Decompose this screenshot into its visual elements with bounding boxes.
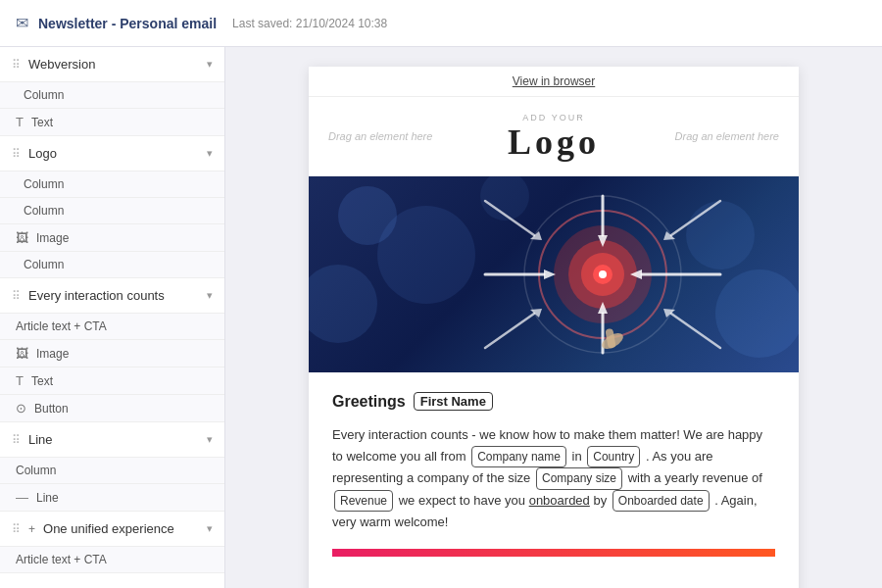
drag-handle-icon[interactable]: ⠿ — [12, 522, 21, 536]
svg-point-1 — [377, 206, 475, 304]
company-size-tag[interactable]: Company size — [536, 467, 622, 489]
column-label: Column — [24, 177, 64, 191]
body-text-5: we expect to have you — [399, 493, 525, 508]
text-label: Text — [31, 374, 53, 388]
hero-image — [309, 176, 799, 372]
logo-add-text: ADD YOUR — [508, 113, 600, 122]
text-label: Text — [31, 116, 53, 129]
list-item: Article text + CTA — [0, 546, 224, 572]
every-interaction-label: Every interaction counts — [28, 288, 165, 303]
country-tag[interactable]: Country — [587, 446, 640, 467]
svg-point-2 — [309, 265, 377, 343]
content-area: Greetings First Name Every interaction c… — [309, 372, 799, 576]
chevron-down-icon: ▾ — [207, 433, 213, 446]
onboarded-text: onboarded — [529, 493, 590, 508]
line-icon: — — [16, 490, 28, 505]
company-name-tag[interactable]: Company name — [471, 446, 566, 467]
image-icon: 🖼 — [16, 230, 28, 245]
view-in-browser-bar: View in browser — [309, 67, 799, 97]
sidebar-section-header-logo[interactable]: ⠿ Logo ▾ — [0, 136, 224, 171]
view-in-browser-link[interactable]: View in browser — [513, 74, 595, 88]
list-item: — Line — [0, 483, 224, 511]
main-area: ⠿ Webversion ▾ Column T Text ⠿ Logo — [0, 47, 882, 588]
list-item[interactable]: ⊙ Button — [0, 394, 224, 421]
button-label: Button — [34, 402, 69, 416]
svg-point-5 — [715, 270, 799, 358]
chevron-down-icon: ▾ — [207, 289, 213, 302]
image-label: Image — [36, 347, 69, 361]
svg-point-12 — [599, 270, 607, 278]
header-left: ⠿ Every interaction counts — [12, 288, 165, 303]
list-item[interactable]: 🖼 Image — [0, 223, 224, 251]
column-label: Column — [24, 258, 64, 271]
svg-line-25 — [671, 314, 720, 348]
mail-icon: ✉ — [16, 14, 28, 32]
top-bar: ✉ Newsletter - Personal email Last saved… — [0, 0, 882, 47]
chevron-down-icon: ▾ — [207, 522, 213, 535]
plus-icon: + — [28, 522, 35, 536]
article-label: Article text + CTA — [16, 319, 107, 333]
sidebar-section-header-every-interaction[interactable]: ⠿ Every interaction counts ▾ — [0, 278, 224, 313]
sidebar-section-logo: ⠿ Logo ▾ Column Column 🖼 Image Column — [0, 136, 224, 278]
webversion-label: Webversion — [28, 57, 95, 72]
sidebar-section-one-unified: ⠿ + One unified experience ▾ Article tex… — [0, 512, 224, 573]
header-left: ⠿ Webversion — [12, 57, 95, 72]
greeting-text: Greetings — [332, 393, 406, 411]
header-left: ⠿ Logo — [12, 146, 57, 161]
logo-text: Logo — [508, 122, 600, 162]
body-text: Every interaction counts - we know how t… — [332, 424, 775, 533]
column-label: Column — [24, 88, 64, 102]
sidebar-section-header-line[interactable]: ⠿ Line ▾ — [0, 422, 224, 457]
svg-line-27 — [485, 314, 534, 348]
list-item[interactable]: T Text — [0, 108, 224, 135]
drag-zone-left: Drag an element here — [328, 130, 432, 142]
logo-section-label: Logo — [28, 146, 57, 161]
sidebar-section-header-one-unified[interactable]: ⠿ + One unified experience ▾ — [0, 512, 224, 546]
line-item-label: Line — [36, 491, 59, 505]
drag-handle-icon[interactable]: ⠿ — [12, 289, 21, 303]
sidebar: ⠿ Webversion ▾ Column T Text ⠿ Logo — [0, 47, 225, 588]
svg-point-4 — [686, 201, 755, 270]
list-item: Column — [0, 171, 224, 197]
chevron-down-icon: ▾ — [207, 58, 213, 71]
first-name-tag[interactable]: First Name — [414, 392, 493, 411]
article-label: Article text + CTA — [16, 553, 107, 566]
hero-svg — [309, 176, 799, 372]
one-unified-label: One unified experience — [43, 521, 174, 536]
list-item: Column — [0, 457, 224, 483]
drag-handle-icon[interactable]: ⠿ — [12, 58, 21, 72]
list-item[interactable]: T Text — [0, 367, 224, 394]
onboarded-date-tag[interactable]: Onboarded date — [612, 490, 710, 512]
logo-area: Drag an element here ADD YOUR Logo Drag … — [309, 97, 799, 176]
header-left: ⠿ Line — [12, 432, 53, 447]
canvas-area: View in browser Drag an element here ADD… — [225, 47, 882, 588]
image-label: Image — [36, 231, 69, 245]
header-left: ⠿ + One unified experience — [12, 521, 174, 536]
image-icon: 🖼 — [16, 346, 28, 361]
email-canvas: View in browser Drag an element here ADD… — [309, 67, 799, 588]
list-item[interactable]: 🖼 Image — [0, 339, 224, 367]
column-label: Column — [24, 204, 64, 218]
list-item: Column — [0, 197, 224, 223]
drag-zone-right: Drag an element here — [675, 130, 779, 142]
last-saved: Last saved: 21/10/2024 10:38 — [232, 17, 387, 30]
sidebar-section-line: ⠿ Line ▾ Column — Line — [0, 422, 224, 512]
revenue-tag[interactable]: Revenue — [334, 490, 393, 512]
list-item: Column — [0, 251, 224, 277]
body-text-2: in — [572, 449, 582, 464]
body-text-4: with a yearly revenue of — [628, 470, 762, 485]
drag-handle-icon[interactable]: ⠿ — [12, 147, 21, 161]
greeting-line: Greetings First Name — [332, 392, 775, 411]
column-label: Column — [16, 464, 56, 477]
button-icon: ⊙ — [16, 401, 26, 416]
sidebar-section-every-interaction: ⠿ Every interaction counts ▾ Article tex… — [0, 278, 224, 422]
line-label: Line — [28, 432, 53, 447]
drag-handle-icon[interactable]: ⠿ — [12, 433, 21, 447]
list-item: Column — [0, 81, 224, 108]
cta-bar — [332, 549, 775, 557]
logo-center: ADD YOUR Logo — [508, 113, 600, 160]
sidebar-section-header-webversion[interactable]: ⠿ Webversion ▾ — [0, 47, 224, 81]
chevron-down-icon: ▾ — [207, 147, 213, 160]
document-title: Newsletter - Personal email — [38, 16, 217, 31]
body-text-6: by — [593, 493, 607, 508]
